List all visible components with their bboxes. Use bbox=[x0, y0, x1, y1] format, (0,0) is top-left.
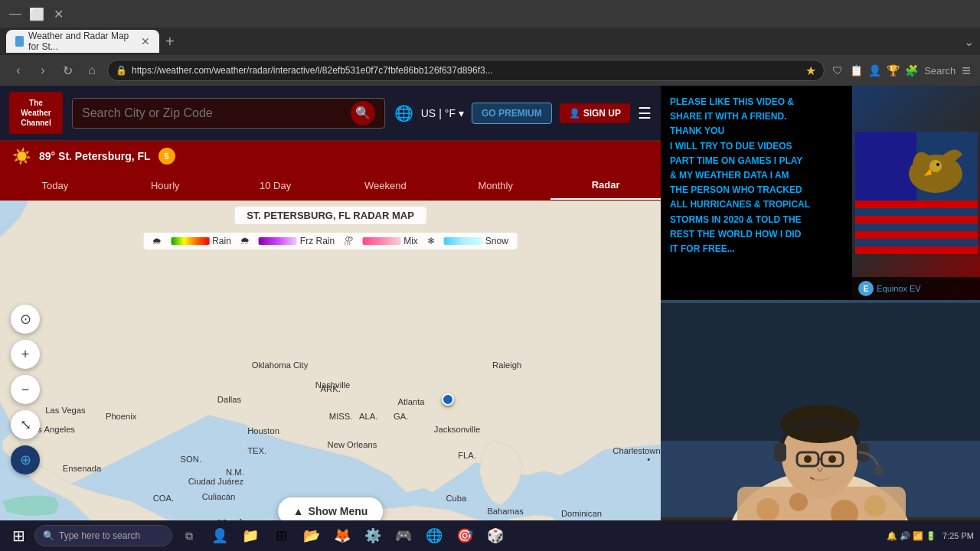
svg-point-58 bbox=[936, 163, 939, 166]
search-submit-button[interactable]: 🔍 bbox=[351, 101, 375, 126]
svg-rect-55 bbox=[855, 246, 978, 254]
firefox-taskbar-icon[interactable]: 🦊 bbox=[328, 522, 356, 549]
svg-rect-77 bbox=[774, 443, 786, 461]
rewards-icon[interactable]: 🏆 bbox=[886, 64, 900, 77]
fullscreen-button[interactable]: ⤡ bbox=[11, 410, 40, 439]
rain-bar bbox=[171, 237, 209, 245]
svg-text:Oklahoma City: Oklahoma City bbox=[252, 360, 309, 370]
svg-text:Ciudad Juárez: Ciudad Juárez bbox=[188, 477, 244, 486]
locate-button[interactable]: ⊙ bbox=[11, 305, 40, 334]
weather-header: TheWeatherChannel 🔍 🌐 US | °F ▾ GO PREMI… bbox=[0, 86, 661, 141]
legend-mix-icon: ⛈ bbox=[344, 236, 353, 246]
svg-rect-54 bbox=[855, 231, 978, 239]
taskbar-right: 🔔 🔊 📶 🔋 7:25 PM bbox=[887, 531, 974, 541]
maximize-button[interactable]: ⬜ bbox=[28, 5, 46, 23]
svg-text:•: • bbox=[647, 455, 650, 464]
map-area[interactable]: Las Vegas Los Angeles Phoenix Ensenada O… bbox=[0, 201, 661, 551]
taskbar-search[interactable]: 🔍 Type here to search bbox=[34, 525, 172, 546]
person-taskbar-icon[interactable]: 👤 bbox=[206, 522, 234, 549]
tab-weekend[interactable]: Weekend bbox=[330, 171, 440, 200]
active-tab[interactable]: Weather and Radar Map for St... ✕ bbox=[6, 30, 159, 53]
minimize-button[interactable]: — bbox=[6, 5, 24, 23]
taskbar-search-placeholder: Type here to search bbox=[59, 530, 140, 541]
task-view-button[interactable]: ⧉ bbox=[175, 522, 203, 549]
chevron-up-icon: ▲ bbox=[293, 505, 304, 517]
aqi-value: 5 bbox=[165, 152, 169, 161]
url-text: https://weather.com/weather/radar/intera… bbox=[132, 65, 801, 76]
right-panel: PLEASE LIKE THIS VIDEO & SHARE IT WITH A… bbox=[661, 86, 980, 551]
tab-close-button[interactable]: ✕ bbox=[141, 35, 150, 47]
globe-icon[interactable]: 🌐 bbox=[394, 104, 413, 122]
svg-point-57 bbox=[929, 160, 942, 172]
svg-text:Las Vegas: Las Vegas bbox=[45, 406, 86, 415]
tab-monthly[interactable]: Monthly bbox=[440, 171, 550, 200]
signup-button[interactable]: 👤 SIGN UP bbox=[560, 103, 630, 123]
mix-label: Mix bbox=[403, 236, 418, 246]
unit-dropdown-icon: ▾ bbox=[459, 107, 464, 119]
refresh-button[interactable]: ↻ bbox=[58, 61, 77, 80]
tab-radar[interactable]: Radar bbox=[550, 171, 661, 200]
svg-point-68 bbox=[864, 495, 886, 517]
sun-icon: ☀️ bbox=[12, 147, 31, 165]
svg-rect-52 bbox=[855, 201, 978, 208]
apps-taskbar-icon[interactable]: ⊞ bbox=[267, 522, 295, 549]
svg-text:GA.: GA. bbox=[394, 412, 408, 421]
zoom-out-button[interactable]: − bbox=[11, 375, 40, 404]
tab-hourly[interactable]: Hourly bbox=[110, 171, 220, 200]
shield-icon[interactable]: 🛡 bbox=[831, 64, 844, 77]
city-search-input[interactable] bbox=[82, 106, 345, 120]
extensions-icon[interactable]: 🧩 bbox=[904, 64, 918, 77]
explorer-taskbar-icon[interactable]: 📂 bbox=[298, 522, 325, 549]
chrome-taskbar-icon[interactable]: 🌐 bbox=[420, 522, 448, 549]
premium-button[interactable]: GO PREMIUM bbox=[472, 103, 552, 124]
tab-favicon bbox=[15, 36, 24, 47]
pocket-icon[interactable]: 📋 bbox=[849, 64, 863, 77]
city-search-bar[interactable]: 🔍 bbox=[72, 98, 385, 129]
header-right: 🌐 US | °F ▾ GO PREMIUM 👤 SIGN UP ☰ bbox=[394, 103, 652, 124]
svg-text:Atlanta: Atlanta bbox=[398, 397, 426, 406]
title-bar: — ⬜ ✕ bbox=[0, 0, 980, 28]
svg-text:New Orleans: New Orleans bbox=[328, 440, 377, 449]
new-tab-button[interactable]: + bbox=[159, 33, 181, 51]
svg-point-76 bbox=[814, 471, 844, 490]
location-name: St. Petersburg, FL bbox=[58, 150, 151, 162]
system-icons: 🔔 🔊 📶 🔋 bbox=[887, 531, 936, 541]
start-button[interactable]: ⊞ bbox=[6, 523, 31, 548]
browser-search-button[interactable]: Search bbox=[924, 65, 956, 77]
url-bar[interactable]: 🔒 https://weather.com/weather/radar/inte… bbox=[107, 60, 825, 81]
bookmark-star-icon[interactable]: ★ bbox=[805, 64, 816, 78]
zoom-in-button[interactable]: + bbox=[11, 340, 40, 369]
close-button[interactable]: ✕ bbox=[49, 5, 67, 23]
home-button[interactable]: ⌂ bbox=[83, 61, 101, 80]
tab-10day[interactable]: 10 Day bbox=[220, 171, 331, 200]
weather-section: TheWeatherChannel 🔍 🌐 US | °F ▾ GO PREMI… bbox=[0, 86, 661, 551]
equinox-logo: E bbox=[858, 281, 874, 296]
svg-point-74 bbox=[804, 455, 812, 463]
legend-snow-icon: ❄ bbox=[427, 236, 435, 246]
browser-menu-button[interactable]: ≡ bbox=[962, 62, 971, 80]
svg-text:Raleigh: Raleigh bbox=[492, 360, 521, 370]
tab-overflow-icon[interactable]: ⌄ bbox=[964, 34, 974, 49]
forward-button[interactable]: › bbox=[34, 61, 52, 80]
back-button[interactable]: ‹ bbox=[9, 61, 28, 80]
browser-chrome: — ⬜ ✕ Weather and Radar Map for St... ✕ … bbox=[0, 0, 980, 86]
game1-taskbar-icon[interactable]: 🎯 bbox=[451, 522, 479, 549]
tab-today[interactable]: Today bbox=[0, 171, 110, 200]
steam-taskbar-icon[interactable]: 🎮 bbox=[390, 522, 417, 549]
video-eagle bbox=[852, 86, 980, 300]
country-label: US bbox=[421, 107, 436, 119]
folder-taskbar-icon[interactable]: 📁 bbox=[237, 522, 264, 549]
game2-taskbar-icon[interactable]: 🎲 bbox=[482, 522, 509, 549]
hamburger-menu-button[interactable]: ☰ bbox=[638, 104, 652, 122]
svg-text:TEX.: TEX. bbox=[247, 446, 266, 455]
country-selector[interactable]: US | °F ▾ bbox=[421, 107, 464, 119]
legend-frz-icon: 🌨 bbox=[240, 236, 250, 246]
equinox-label: Equinox EV bbox=[877, 284, 920, 293]
settings-taskbar-icon[interactable]: ⚙️ bbox=[359, 522, 387, 549]
svg-text:ALA.: ALA. bbox=[359, 412, 377, 421]
logo-text: TheWeatherChannel bbox=[21, 98, 51, 128]
location-pin bbox=[442, 393, 454, 406]
account-icon[interactable]: 👤 bbox=[867, 64, 881, 77]
layers-button[interactable]: ⊕ bbox=[11, 445, 40, 474]
tab-bar: Weather and Radar Map for St... ✕ + ⌄ bbox=[0, 28, 980, 55]
